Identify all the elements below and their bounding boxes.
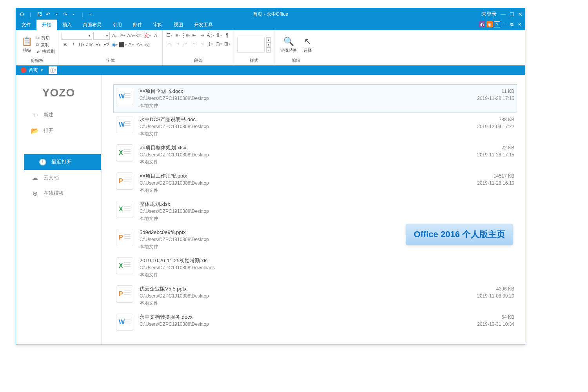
justify-icon[interactable]: ≡ [191,40,198,47]
file-size: 11 KB [467,88,514,95]
tab-review[interactable]: 审阅 [148,20,168,30]
edition-badge: Office 2016 个人版主页 [406,224,513,245]
sidebar-item-0[interactable]: ＋新建 [16,107,101,123]
ribbon-restore-icon[interactable]: ⧉ [509,21,515,27]
file-item[interactable]: W 永中DCS产品说明书.doc C:\Users\DZPC1910308\De… [113,113,517,141]
copy-button[interactable]: ⧉复制 [36,42,55,48]
font-family-select[interactable]: ▾ [62,32,92,40]
line-spacing-icon[interactable]: ‡ [207,40,214,47]
show-marks-icon[interactable]: ¶ [223,32,230,39]
extra-icon-1[interactable]: ◐ [479,21,485,27]
bullet-list-icon[interactable]: ☰ [166,32,173,39]
select-button[interactable]: ↖ 选择 [301,36,314,54]
style-gallery-controls[interactable]: ▴▾≡ [266,37,271,53]
file-item[interactable]: X ××项目整体规划.xlsx C:\Users\DZPC1910308\Des… [113,141,517,169]
close-icon[interactable]: ✕ [518,11,523,17]
tab-reference[interactable]: 引用 [107,20,127,30]
content-area: YOZO ＋新建📂打开🕒最近打开☁云文档⊕在线模板 W ××项目企划书.docx… [16,75,525,345]
shading-icon[interactable]: ▢ [215,40,222,47]
minimize-icon[interactable]: — [501,11,506,17]
find-replace-button[interactable]: 🔍 查找替换 [278,36,299,54]
char-shading-icon[interactable]: A [136,41,143,48]
underline-icon[interactable]: U [78,41,85,48]
shrink-font-icon[interactable]: A▾ [119,32,126,39]
sidebar-item-1[interactable]: 📂打开 [16,123,101,138]
app-icon[interactable]: O [18,11,25,18]
sidebar-item-4[interactable]: ⊕在线模板 [16,185,101,201]
tab-file[interactable]: 文件 [16,20,36,30]
subscript-icon[interactable]: Rx [94,41,102,48]
multilevel-list-icon[interactable]: ⋮≡ [182,32,189,39]
phonetic-icon[interactable]: 変 [144,32,151,39]
italic-icon[interactable]: I [70,41,77,48]
bold-icon[interactable]: B [62,41,69,48]
text-direction-icon[interactable]: A↕ [207,32,214,39]
grow-font-icon[interactable]: A▴ [111,32,118,39]
file-location: 本地文件 [140,271,461,278]
tab-dev[interactable]: 开发工具 [189,20,218,30]
sidebar-item-3[interactable]: ☁云文档 [16,170,101,185]
extra-icon-2[interactable]: ◉ [486,21,493,27]
group-clipboard: 📋 粘贴 ✂剪切 ⧉复制 🖌格式刷 剪贴板 [16,30,58,65]
decrease-indent-icon[interactable]: ⇤ [191,32,198,39]
ribbon-tabs: 文件 开始 插入 页面布局 引用 邮件 审阅 视图 开发工具 ◐ ◉ ? — ⧉… [16,20,525,30]
tab-mail[interactable]: 邮件 [127,20,148,30]
clear-format-icon[interactable]: ⌫ [136,32,143,39]
maximize-icon[interactable]: ☐ [510,11,514,17]
file-item[interactable]: W ××项目企划书.docx C:\Users\DZPC1910308\Desk… [113,84,517,113]
cut-button[interactable]: ✂剪切 [36,35,55,41]
tab-layout[interactable]: 页面布局 [77,20,107,30]
distribute-icon[interactable]: ≡ [199,40,206,47]
qat-dropdown-icon[interactable]: ▾ [87,11,94,18]
sort-icon[interactable]: ⇅ [215,32,222,39]
undo-icon[interactable]: ↶ [44,11,51,18]
font-size-select[interactable]: ▾ [93,32,110,40]
superscript-icon[interactable]: R2 [103,41,110,48]
help-icon[interactable]: ? [494,21,500,27]
group-edit: 🔍 查找替换 ↖ 选择 编辑 [274,30,318,65]
enclose-char-icon[interactable]: ㊛ [144,41,151,48]
binoculars-icon: 🔍 [283,36,294,47]
highlight-icon[interactable]: ⬛ [119,41,126,48]
change-case-icon[interactable]: Aa [127,32,134,39]
file-item[interactable]: P ××项目工作汇报.pptx C:\Users\DZPC1910308\Des… [113,169,517,197]
ribbon-close-icon[interactable]: ✕ [516,21,523,27]
file-item[interactable]: X 2019.10.26-11.25初始考勤.xls C:\Users\DZPC… [113,254,517,282]
new-doc-button[interactable]: ◫▾ [49,66,57,74]
file-item[interactable]: X 整体规划.xlsx C:\Users\DZPC1910308\Desktop… [113,197,517,225]
group-style: ▴▾≡ 样式 [234,30,274,65]
char-border-icon[interactable]: A [152,32,159,39]
sidebar-icon: ⊕ [31,189,39,197]
ribbon-minimize-icon[interactable]: — [501,21,508,27]
file-name: ××项目企划书.docx [140,88,461,95]
login-status[interactable]: 未登录 [481,11,497,18]
align-center-icon[interactable]: ≡ [174,40,181,47]
redo-icon[interactable]: ↷ [62,11,69,18]
align-left-icon[interactable]: ≡ [166,40,173,47]
text-effect-icon[interactable]: ◉ [111,41,118,48]
ribbon: 📋 粘贴 ✂剪切 ⧉复制 🖌格式刷 剪贴板 ▾ ▾ A▴ A▾ Aa [16,30,525,65]
align-right-icon[interactable]: ≡ [182,40,189,47]
tab-view[interactable]: 视图 [168,20,189,30]
file-item[interactable]: W 永中文档转换服务.docx C:\Users\DZPC1910308\Des… [113,310,517,334]
close-tab-icon[interactable]: × [40,67,43,73]
border-icon[interactable]: ⊞ [223,40,230,47]
strike-icon[interactable]: abc [86,41,93,48]
tab-insert[interactable]: 插入 [57,20,77,30]
paste-button[interactable]: 📋 粘贴 [19,36,34,54]
style-preview[interactable] [237,37,265,53]
save-icon[interactable]: 🖫 [36,11,43,18]
sidebar-item-2[interactable]: 🕒最近打开 [24,154,101,170]
file-path: C:\Users\DZPC1910308\Downloads [140,264,461,271]
file-size: 54 KB [467,314,514,321]
tab-start[interactable]: 开始 [36,20,57,30]
font-color-icon[interactable]: A [127,41,134,48]
file-date: 2019-11-28 17:15 [467,95,514,102]
increase-indent-icon[interactable]: ⇥ [199,32,206,39]
copy-icon: ⧉ [36,42,39,47]
app-window: O | 🖫 ↶ ▾ ↷ ▾ | ▾ 首页 - 永中Office 未登录 — ☐ … [16,8,525,345]
number-list-icon[interactable]: ≡ [174,32,181,39]
doc-tab-home[interactable]: 首页 × [18,65,46,75]
format-painter-button[interactable]: 🖌格式刷 [36,49,55,54]
file-item[interactable]: P 优云企业版V5.5.pptx C:\Users\DZPC1910308\De… [113,282,517,310]
